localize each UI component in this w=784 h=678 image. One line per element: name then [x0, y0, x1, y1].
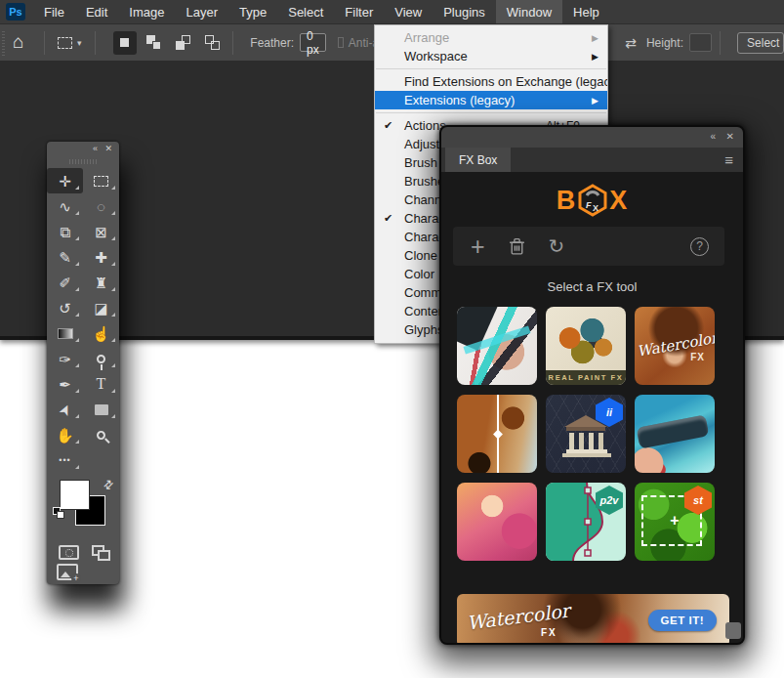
- height-label: Height:: [646, 36, 683, 50]
- fx-tile-real-paint[interactable]: REAL PAINT FX: [546, 307, 626, 385]
- type-tool[interactable]: T: [83, 371, 119, 397]
- anti-alias-checkbox[interactable]: [338, 37, 344, 48]
- selection-modes: [113, 31, 225, 55]
- frame-tool[interactable]: ⊠: [83, 219, 119, 244]
- subtract-from-selection-button[interactable]: [172, 31, 195, 55]
- new-image-icon[interactable]: +: [57, 564, 78, 580]
- menu-layer[interactable]: Layer: [176, 0, 229, 23]
- tools-palette: « ✕ ✛ ∿ ◌ ⧉ ⊠ ✎ ✚ ✐ ♜ ↺ ◪ ☝ ✑ ✒ T ➤ ✋: [47, 142, 119, 584]
- fx-tile-duotone-portrait[interactable]: [457, 483, 537, 561]
- quick-selection-tool[interactable]: ◌: [83, 193, 119, 219]
- move-tool[interactable]: ✛: [47, 168, 83, 193]
- menu-select[interactable]: Select: [277, 0, 334, 23]
- foreground-color-swatch[interactable]: [60, 480, 90, 510]
- menu-item-extensions-legacy[interactable]: Extensions (legacy)▶: [375, 91, 607, 109]
- crop-tool[interactable]: ⧉: [47, 219, 83, 244]
- panel-tab-bar: FX Box ≡: [441, 148, 743, 172]
- swap-colors-icon[interactable]: ⇄: [100, 476, 116, 492]
- help-icon[interactable]: ?: [690, 237, 709, 256]
- close-panel-icon[interactable]: ✕: [104, 144, 112, 153]
- menu-type[interactable]: Type: [228, 0, 277, 23]
- fx-tile-oil-portrait[interactable]: [635, 395, 715, 473]
- fx-tile-glitch-portrait[interactable]: [457, 307, 537, 385]
- clone-stamp-tool[interactable]: ♜: [83, 270, 119, 295]
- drag-grip[interactable]: [69, 159, 97, 164]
- crosshair-icon: +: [670, 512, 679, 530]
- menu-view[interactable]: View: [384, 0, 433, 23]
- tile-subtitle: FX: [690, 352, 705, 362]
- get-it-button[interactable]: GET IT!: [648, 610, 717, 631]
- fx-toolbar: + ↻ ?: [453, 227, 724, 266]
- healing-brush-tool[interactable]: ✚: [83, 244, 119, 270]
- fx-box-tab[interactable]: FX Box: [445, 148, 511, 172]
- menu-file[interactable]: File: [33, 0, 75, 23]
- menu-help[interactable]: Help: [562, 0, 610, 23]
- color-swatches: ⇄: [47, 476, 119, 540]
- marquee-icon: [58, 37, 72, 49]
- fx-tile-photo-to-vector[interactable]: p2v: [546, 483, 626, 561]
- fx-tile-fox-compare[interactable]: [457, 395, 537, 473]
- gradient-tool[interactable]: [47, 320, 83, 346]
- new-selection-button[interactable]: [113, 31, 137, 55]
- menu-item-arrange[interactable]: Arrange▶: [375, 28, 607, 47]
- close-panel-icon[interactable]: ✕: [726, 131, 734, 142]
- menu-plugins[interactable]: Plugins: [433, 0, 496, 23]
- collapse-panel-icon[interactable]: «: [710, 131, 716, 142]
- panel-menu-icon[interactable]: ≡: [724, 151, 733, 168]
- history-brush-tool[interactable]: ↺: [47, 295, 83, 320]
- screenshot-root: Ps File Edit Image Layer Type Select Fil…: [0, 0, 784, 678]
- fx-tile-watercolor[interactable]: Watercolor FX: [635, 307, 715, 385]
- fx-box-logo: B F X X: [441, 184, 743, 217]
- menu-edit[interactable]: Edit: [75, 0, 118, 23]
- trash-icon[interactable]: [509, 237, 525, 256]
- dodge-tool[interactable]: [83, 346, 119, 371]
- fx-box-panel: « ✕ FX Box ≡ B F X X +: [439, 125, 745, 645]
- panel-title-bar[interactable]: « ✕: [441, 127, 743, 148]
- scrollbar-thumb[interactable]: [725, 622, 741, 639]
- feather-input[interactable]: 0 px: [300, 33, 326, 52]
- path-selection-tool[interactable]: ➤: [47, 397, 83, 422]
- quick-mask-button[interactable]: [59, 545, 79, 560]
- tool-preset-dropdown[interactable]: ▾: [52, 37, 88, 49]
- menu-image[interactable]: Image: [118, 0, 175, 23]
- intersect-selection-button[interactable]: [201, 31, 225, 55]
- watercolor-fx-banner[interactable]: Watercolor FX GET IT!: [457, 594, 729, 645]
- brush-tool[interactable]: ✐: [47, 270, 83, 295]
- magnifier-icon: [95, 429, 107, 442]
- eraser-tool[interactable]: ◪: [83, 295, 119, 320]
- check-icon: ✔: [384, 119, 392, 132]
- menu-filter[interactable]: Filter: [334, 0, 384, 23]
- swap-width-height-icon[interactable]: ⇄: [625, 35, 637, 51]
- zoom-tool[interactable]: [83, 422, 119, 447]
- edit-toolbar-button[interactable]: •••: [47, 447, 83, 473]
- rectangular-marquee-tool[interactable]: [83, 168, 119, 193]
- rectangle-tool[interactable]: [83, 397, 119, 422]
- pen-tool[interactable]: ✒: [47, 371, 83, 397]
- lasso-tool[interactable]: ∿: [47, 193, 83, 219]
- refresh-icon[interactable]: ↻: [549, 236, 565, 256]
- fx-tile-isometric-building[interactable]: ii: [546, 395, 626, 473]
- screen-mode-button[interactable]: [92, 545, 111, 561]
- dodge-icon: [97, 355, 105, 363]
- add-icon[interactable]: +: [471, 234, 485, 259]
- mixer-brush-tool[interactable]: ✑: [47, 346, 83, 371]
- eyedropper-tool[interactable]: ✎: [47, 244, 83, 270]
- fx-tile-stamp-selection[interactable]: + st: [635, 483, 715, 561]
- submenu-arrow-icon: ▶: [592, 33, 598, 43]
- chevron-down-icon: ▾: [77, 38, 82, 48]
- add-to-selection-button[interactable]: [143, 31, 166, 55]
- svg-text:F: F: [586, 200, 592, 210]
- height-input[interactable]: [689, 33, 712, 52]
- default-colors-icon[interactable]: [53, 507, 64, 519]
- tile-caption: REAL PAINT FX: [546, 370, 626, 385]
- collapse-panel-icon[interactable]: «: [93, 144, 98, 153]
- hand-tool[interactable]: ✋: [47, 422, 83, 447]
- select-and-mask-button[interactable]: Select and Mask...: [737, 32, 784, 54]
- menu-item-find-extensions[interactable]: Find Extensions on Exchange (legacy)...: [375, 72, 607, 91]
- menu-window[interactable]: Window: [496, 0, 562, 23]
- home-icon[interactable]: ⌂: [5, 31, 35, 55]
- menu-item-workspace[interactable]: Workspace▶: [375, 47, 607, 65]
- feather-label: Feather:: [250, 36, 294, 50]
- photoshop-logo: Ps: [6, 3, 25, 21]
- smudge-tool[interactable]: ☝: [83, 320, 119, 346]
